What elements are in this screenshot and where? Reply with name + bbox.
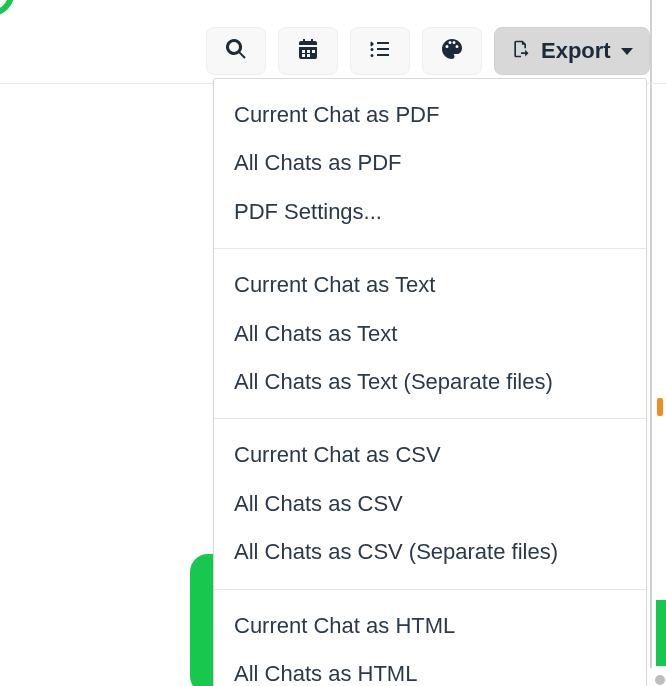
export-current-text[interactable]: Current Chat as Text xyxy=(214,261,646,309)
export-all-text[interactable]: All Chats as Text xyxy=(214,310,646,358)
export-group-pdf: Current Chat as PDF All Chats as PDF PDF… xyxy=(214,79,646,248)
export-current-csv[interactable]: Current Chat as CSV xyxy=(214,431,646,479)
export-current-pdf[interactable]: Current Chat as PDF xyxy=(214,91,646,139)
palette-button[interactable] xyxy=(422,27,482,75)
list-icon xyxy=(368,37,392,65)
export-all-html[interactable]: All Chats as HTML xyxy=(214,650,646,686)
resize-grip[interactable] xyxy=(655,675,665,685)
palette-icon xyxy=(440,37,464,65)
export-pdf-settings[interactable]: PDF Settings... xyxy=(214,188,646,236)
export-all-text-sep[interactable]: All Chats as Text (Separate files) xyxy=(214,358,646,406)
calendar-icon xyxy=(296,37,320,65)
search-icon xyxy=(224,37,248,65)
export-group-text: Current Chat as Text All Chats as Text A… xyxy=(214,249,646,418)
export-dropdown: Current Chat as PDF All Chats as PDF PDF… xyxy=(213,78,647,686)
caret-down-icon xyxy=(621,48,633,55)
export-all-csv-sep[interactable]: All Chats as CSV (Separate files) xyxy=(214,528,646,576)
scroll-highlight xyxy=(656,600,666,666)
export-all-pdf[interactable]: All Chats as PDF xyxy=(214,139,646,187)
decorative-arc xyxy=(0,0,18,20)
toolbar: Export xyxy=(206,27,650,75)
search-button[interactable] xyxy=(206,27,266,75)
right-border xyxy=(650,0,652,668)
calendar-button[interactable] xyxy=(278,27,338,75)
export-label: Export xyxy=(541,38,611,64)
export-button[interactable]: Export xyxy=(494,27,650,75)
file-export-icon xyxy=(511,39,531,63)
export-all-csv[interactable]: All Chats as CSV xyxy=(214,480,646,528)
export-group-html: Current Chat as HTML All Chats as HTML xyxy=(214,590,646,686)
export-group-csv: Current Chat as CSV All Chats as CSV All… xyxy=(214,419,646,588)
scroll-marker xyxy=(657,398,663,416)
export-current-html[interactable]: Current Chat as HTML xyxy=(214,602,646,650)
list-button[interactable] xyxy=(350,27,410,75)
